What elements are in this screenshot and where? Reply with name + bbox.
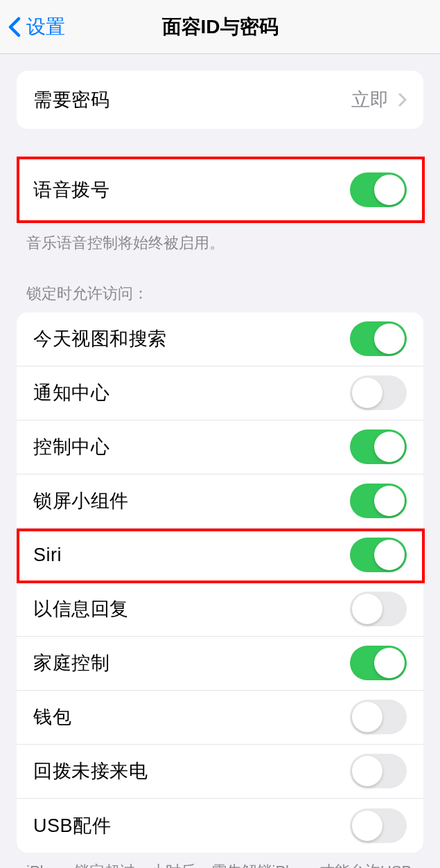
lock-item-label: 通知中心 xyxy=(33,380,109,405)
lock-item-toggle[interactable] xyxy=(350,321,407,356)
lock-section-header: 锁定时允许访问： xyxy=(0,254,440,312)
voice-dial-label: 语音拨号 xyxy=(33,177,109,202)
toggle-knob xyxy=(352,594,382,624)
lock-item-label: 钱包 xyxy=(33,705,71,729)
lock-item-label: 回拨未接来电 xyxy=(33,759,148,783)
back-label: 设置 xyxy=(26,14,65,40)
require-passcode-label: 需要密码 xyxy=(33,87,109,112)
back-button[interactable]: 设置 xyxy=(0,14,65,40)
settings-content: 需要密码 立即 语音拨号 音乐语音控制将始终被启用。 锁定时允许访问： 今天视图… xyxy=(0,54,440,868)
lock-item-row[interactable]: 家庭控制 xyxy=(17,637,423,691)
lock-item-row[interactable]: 以信息回复 xyxy=(17,583,423,637)
lock-item-row[interactable]: 钱包 xyxy=(17,691,423,745)
lock-item-toggle[interactable] xyxy=(350,754,407,788)
lock-item-label: USB配件 xyxy=(33,813,111,838)
lock-item-row[interactable]: 今天视图和搜索 xyxy=(17,312,423,366)
voice-dial-toggle[interactable] xyxy=(350,172,407,207)
lock-item-label: 以信息回复 xyxy=(33,596,129,621)
lock-item-label: 家庭控制 xyxy=(33,650,109,675)
lock-item-label: 控制中心 xyxy=(33,434,109,459)
lock-item-label: 今天视图和搜索 xyxy=(33,326,167,351)
lock-item-label: 锁屏小组件 xyxy=(33,488,129,513)
toggle-knob xyxy=(352,702,382,732)
require-passcode-value-text: 立即 xyxy=(351,87,389,112)
chevron-right-icon xyxy=(398,93,407,107)
lock-item-toggle[interactable] xyxy=(350,592,407,626)
require-passcode-group: 需要密码 立即 xyxy=(17,71,423,129)
toggle-knob xyxy=(374,324,405,354)
voice-dial-group: 语音拨号 xyxy=(17,157,423,223)
lock-item-row[interactable]: 通知中心 xyxy=(17,366,423,420)
toggle-knob xyxy=(374,432,405,462)
lock-item-label: Siri xyxy=(33,544,62,566)
toggle-knob xyxy=(352,811,382,841)
lock-item-toggle[interactable] xyxy=(350,484,407,518)
toggle-knob xyxy=(352,378,382,408)
toggle-knob xyxy=(374,486,405,516)
voice-dial-row[interactable]: 语音拨号 xyxy=(17,157,423,223)
toggle-knob xyxy=(374,540,405,570)
toggle-knob xyxy=(352,756,382,786)
lock-item-row[interactable]: USB配件 xyxy=(17,799,423,853)
lock-item-toggle[interactable] xyxy=(350,646,407,680)
lock-item-row[interactable]: 锁屏小组件 xyxy=(17,475,423,529)
require-passcode-row[interactable]: 需要密码 立即 xyxy=(17,71,423,129)
lock-item-toggle[interactable] xyxy=(350,700,407,734)
lock-item-toggle[interactable] xyxy=(350,375,407,410)
voice-dial-footer: 音乐语音控制将始终被启用。 xyxy=(0,223,440,254)
chevron-left-icon xyxy=(8,17,21,37)
lock-item-row[interactable]: 回拨未接来电 xyxy=(17,745,423,799)
toggle-knob xyxy=(374,175,405,205)
lock-item-toggle[interactable] xyxy=(350,808,407,843)
usb-footer: iPhone锁定超过一小时后，需先解锁iPhone才能允许USB配件连接。 xyxy=(0,853,440,868)
lock-item-toggle[interactable] xyxy=(350,429,407,464)
page-title: 面容ID与密码 xyxy=(0,14,440,40)
lock-item-row[interactable]: 控制中心 xyxy=(17,420,423,475)
toggle-knob xyxy=(374,648,405,678)
lock-access-group: 今天视图和搜索通知中心控制中心锁屏小组件Siri以信息回复家庭控制钱包回拨未接来… xyxy=(17,312,423,853)
require-passcode-value: 立即 xyxy=(351,87,407,112)
navigation-header: 设置 面容ID与密码 xyxy=(0,0,440,54)
lock-item-toggle[interactable] xyxy=(350,538,407,572)
lock-item-row[interactable]: Siri xyxy=(17,529,423,583)
